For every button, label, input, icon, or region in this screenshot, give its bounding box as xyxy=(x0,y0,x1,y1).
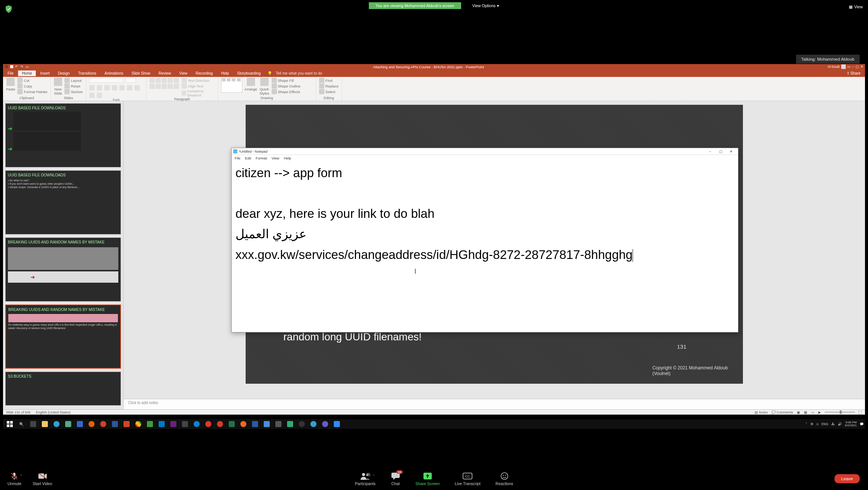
notepad-title-bar[interactable]: *Untitled - Notepad − ▢ ✕ xyxy=(232,148,738,155)
app-icon-14[interactable] xyxy=(214,420,226,429)
justify-icon[interactable] xyxy=(168,84,173,89)
system-clock[interactable]: 9:00 PM 8/2/2021 xyxy=(845,421,857,427)
char-spacing-icon[interactable] xyxy=(89,93,95,98)
powerpoint-icon[interactable] xyxy=(121,420,132,429)
quick-styles-button[interactable]: Quick Styles xyxy=(260,78,269,95)
ribbon-display-options-icon[interactable]: ▭ xyxy=(847,65,851,69)
video-options-chevron-icon[interactable]: ˄ xyxy=(46,474,47,478)
align-right-icon[interactable] xyxy=(162,84,167,89)
app-icon-20[interactable] xyxy=(284,420,296,429)
volume-icon[interactable]: 🔊 xyxy=(838,422,842,426)
tab-review[interactable]: Review xyxy=(155,70,175,76)
font-size-select[interactable] xyxy=(125,78,136,83)
app-icon-18[interactable] xyxy=(261,420,272,429)
bullets-icon[interactable] xyxy=(150,78,155,83)
normal-view-icon[interactable]: ▣ xyxy=(797,410,800,414)
leave-button[interactable]: Leave xyxy=(834,474,860,483)
sorter-view-icon[interactable]: ▦ xyxy=(804,410,807,414)
text-direction-button[interactable]: Text Direction xyxy=(182,78,215,83)
notepad-text-area[interactable]: citizen --> app form dear xyz, here is y… xyxy=(232,161,738,332)
notes-button[interactable]: ▤ Notes xyxy=(755,410,768,414)
menu-format[interactable]: Format xyxy=(256,156,267,160)
format-painter-button[interactable]: Format Painter xyxy=(17,89,47,94)
vs-icon[interactable] xyxy=(168,420,179,429)
layout-button[interactable]: Layout xyxy=(64,78,83,83)
app-icon-22[interactable] xyxy=(308,420,319,429)
firefox-icon[interactable] xyxy=(86,420,97,429)
edge-icon[interactable] xyxy=(51,420,62,429)
columns-icon[interactable] xyxy=(174,84,179,89)
account-avatar-icon[interactable] xyxy=(841,64,846,69)
app-icon-4[interactable] xyxy=(98,420,109,429)
strikethrough-icon[interactable] xyxy=(134,85,140,90)
notes-pane[interactable]: Click to add notes xyxy=(124,399,865,409)
minimize-icon[interactable]: − xyxy=(852,65,854,69)
convert-smartart-button[interactable]: Convert to SmartArt xyxy=(182,89,215,97)
comments-button[interactable]: 💬 Comments xyxy=(772,410,793,414)
reading-view-icon[interactable]: ▭ xyxy=(811,410,815,414)
align-center-icon[interactable] xyxy=(156,84,161,89)
unmute-button[interactable]: Unmute ˄ xyxy=(8,472,21,486)
select-button[interactable]: Select xyxy=(319,89,339,94)
tray-chevron-up-icon[interactable]: ˄ xyxy=(805,422,807,426)
numbering-icon[interactable] xyxy=(156,78,161,83)
find-button[interactable]: Find xyxy=(319,78,339,83)
view-options-dropdown[interactable]: View Options ▾ xyxy=(472,3,500,8)
tab-design[interactable]: Design xyxy=(54,70,73,76)
underline-icon[interactable] xyxy=(119,85,125,90)
autosave-toggle[interactable] xyxy=(5,65,8,69)
redo-icon[interactable]: ↷ xyxy=(20,65,24,69)
zoom-icon[interactable] xyxy=(331,420,342,429)
share-button[interactable]: ⇪ Share xyxy=(847,71,860,75)
section-button[interactable]: Section xyxy=(64,89,83,94)
app-icon-12[interactable] xyxy=(191,420,202,429)
app-icon-8[interactable] xyxy=(144,420,156,429)
app-icon-19[interactable] xyxy=(273,420,284,429)
shape-fill-button[interactable]: Shape Fill xyxy=(272,78,301,83)
tab-file[interactable]: File xyxy=(4,70,17,76)
app-icon-21[interactable] xyxy=(296,420,307,429)
shape-outline-button[interactable]: Shape Outline xyxy=(272,83,301,89)
word-icon[interactable] xyxy=(109,420,121,429)
app-icon-11[interactable] xyxy=(179,420,191,429)
file-explorer-icon[interactable] xyxy=(39,420,50,429)
zoom-slider[interactable] xyxy=(825,412,855,413)
close-icon[interactable]: ✕ xyxy=(860,65,863,69)
font-color-icon[interactable] xyxy=(97,93,102,98)
share-screen-button[interactable]: Share Screen ˄ xyxy=(416,472,440,486)
chrome-icon[interactable] xyxy=(133,420,144,429)
tab-home[interactable]: Home xyxy=(18,70,36,76)
decrease-indent-icon[interactable] xyxy=(162,78,167,83)
action-center-icon[interactable]: 💬 xyxy=(860,422,864,426)
participants-chevron-icon[interactable]: ˄ xyxy=(373,474,375,478)
cut-button[interactable]: Cut xyxy=(17,78,47,83)
slide-thumbnail-128[interactable]: UUID BASED FILE DOWNLOADS ➔ ➔ xyxy=(5,103,121,167)
paste-button[interactable]: Paste xyxy=(6,78,15,91)
slide-thumbnail-131[interactable]: BREAKING UUIDS AND RANDOM NAMES BY MISTA… xyxy=(5,305,121,369)
start-video-button[interactable]: Start Video ˄ xyxy=(33,472,52,486)
task-view-icon[interactable] xyxy=(28,420,39,429)
app-icon-16[interactable] xyxy=(238,420,249,429)
app-icon-13[interactable] xyxy=(203,420,214,429)
font-family-select[interactable] xyxy=(89,78,123,83)
slideshow-view-icon[interactable]: ▶ xyxy=(818,410,821,414)
minimize-button[interactable]: − xyxy=(705,149,715,155)
menu-help[interactable]: Help xyxy=(284,156,291,160)
reset-button[interactable]: Reset xyxy=(64,83,83,89)
slide-thumbnail-132[interactable]: S3 BUCKETS xyxy=(5,372,121,406)
menu-file[interactable]: File xyxy=(235,156,240,160)
app-icon-2[interactable] xyxy=(74,420,86,429)
excel-icon[interactable] xyxy=(226,420,237,429)
increase-font-icon[interactable] xyxy=(89,85,95,90)
tab-storyboarding[interactable]: Storyboarding xyxy=(233,70,264,76)
replace-button[interactable]: Replace xyxy=(319,83,339,89)
tab-view[interactable]: View xyxy=(176,70,191,76)
app-icon-23[interactable] xyxy=(319,420,331,429)
slideshow-icon[interactable]: ▭ xyxy=(26,65,29,69)
shape-effects-button[interactable]: Shape Effects xyxy=(272,89,301,94)
shapes-gallery[interactable] xyxy=(221,78,242,93)
live-transcript-button[interactable]: CC Live Transcript xyxy=(455,472,480,486)
slide-thumbnail-130[interactable]: BREAKING UUIDS AND RANDOM NAMES BY MISTA… xyxy=(5,237,121,302)
slide-thumbnails-panel[interactable]: UUID BASED FILE DOWNLOADS ➔ ➔ UUID BASED… xyxy=(3,101,124,409)
tab-transitions[interactable]: Transitions xyxy=(74,70,100,76)
